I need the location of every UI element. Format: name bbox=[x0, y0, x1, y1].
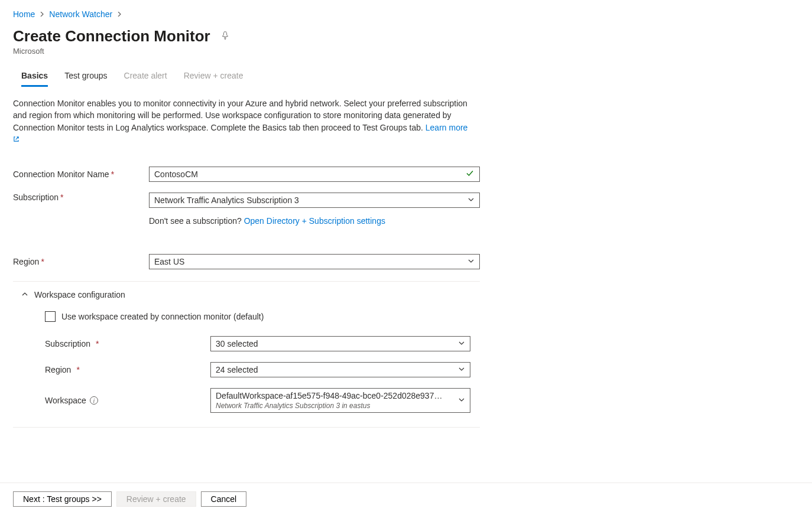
workspace-region-select[interactable]: 24 selected bbox=[210, 362, 470, 377]
use-workspace-checkbox-label: Use workspace created by connection moni… bbox=[61, 312, 264, 321]
chevron-right-icon bbox=[117, 10, 122, 18]
workspace-config-title: Workspace configuration bbox=[34, 290, 125, 299]
page-subtitle: Microsoft bbox=[13, 47, 799, 56]
breadcrumb-network-watcher[interactable]: Network Watcher bbox=[49, 9, 112, 19]
breadcrumb-home[interactable]: Home bbox=[13, 9, 35, 19]
subscription-select[interactable]: Network Traffic Analytics Subscription 3 bbox=[149, 193, 480, 208]
subscription-label: Subscription* bbox=[13, 193, 149, 202]
tab-create-alert: Create alert bbox=[124, 66, 167, 87]
pin-icon[interactable] bbox=[221, 31, 229, 41]
tab-review-create: Review + create bbox=[184, 66, 243, 87]
connection-monitor-name-input[interactable] bbox=[149, 167, 480, 182]
region-label: Region* bbox=[13, 257, 149, 266]
chevron-down-icon bbox=[458, 396, 465, 405]
subscription-helper: Don't see a subscription? Open Directory… bbox=[149, 216, 480, 226]
chevron-down-icon bbox=[467, 257, 475, 266]
chevron-right-icon bbox=[40, 10, 44, 18]
chevron-up-icon bbox=[21, 290, 28, 299]
open-directory-subscription-link[interactable]: Open Directory + Subscription settings bbox=[244, 216, 385, 226]
breadcrumb: Home Network Watcher bbox=[13, 9, 799, 19]
tabs: Basics Test groups Create alert Review +… bbox=[13, 66, 799, 87]
page-title: Create Connection Monitor bbox=[13, 27, 210, 45]
region-select[interactable]: East US bbox=[149, 254, 480, 269]
chevron-down-icon bbox=[458, 365, 465, 374]
info-icon[interactable]: i bbox=[90, 396, 98, 405]
workspace-select[interactable]: DefaultWorkspace-af15e575-f948-49ac-bce0… bbox=[210, 388, 470, 413]
tab-test-groups[interactable]: Test groups bbox=[64, 66, 107, 87]
external-link-icon bbox=[13, 136, 20, 144]
workspace-subscription-label: Subscription* bbox=[45, 339, 210, 348]
workspace-label: Workspace i bbox=[45, 396, 210, 405]
workspace-subscription-select[interactable]: 30 selected bbox=[210, 336, 470, 351]
description-text: Connection Monitor enables you to monito… bbox=[13, 97, 468, 145]
connection-monitor-name-label: Connection Monitor Name* bbox=[13, 170, 149, 179]
use-workspace-checkbox[interactable] bbox=[45, 311, 56, 322]
workspace-region-label: Region* bbox=[45, 365, 210, 374]
workspace-config-header[interactable]: Workspace configuration bbox=[13, 290, 480, 299]
chevron-down-icon bbox=[467, 195, 475, 205]
tab-basics[interactable]: Basics bbox=[21, 66, 48, 87]
chevron-down-icon bbox=[458, 339, 465, 348]
